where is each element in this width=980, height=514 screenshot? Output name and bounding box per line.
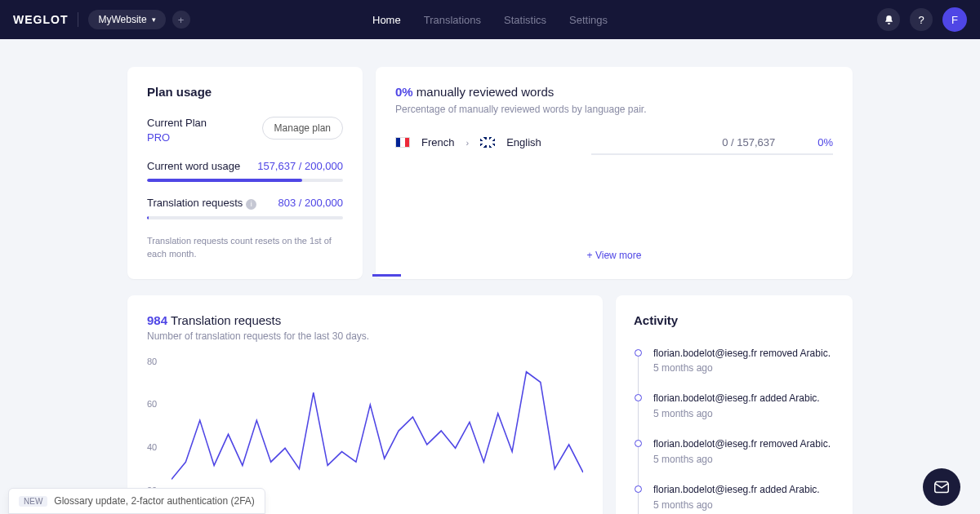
chevron-down-icon: ▾	[152, 16, 156, 24]
support-fab[interactable]	[923, 468, 960, 506]
activity-time: 5 months ago	[653, 454, 835, 465]
chart-subtitle: Number of translation requests for the l…	[147, 330, 583, 342]
divider	[78, 12, 78, 27]
activity-timeline: florian.bodelot@ieseg.fr removed Arabic.…	[634, 347, 835, 515]
manage-plan-button[interactable]: Manage plan	[262, 117, 343, 140]
word-usage-bar	[147, 179, 343, 182]
nav-home[interactable]: Home	[372, 0, 401, 277]
timeline-dot-icon	[635, 440, 642, 447]
help-icon[interactable]: ?	[910, 8, 933, 31]
timeline-dot-icon	[635, 394, 642, 401]
topbar-right: ? F	[877, 7, 967, 32]
site-selector[interactable]: MyWebsite ▾	[88, 10, 165, 29]
requests-value: 803 / 200,000	[278, 197, 343, 210]
review-pct: 0%	[817, 136, 833, 148]
requests-bar	[147, 216, 343, 219]
nav-settings[interactable]: Settings	[569, 0, 608, 277]
activity-time: 5 months ago	[653, 408, 835, 419]
brand-logo: WEGLOT	[13, 13, 68, 26]
topbar: WEGLOT MyWebsite ▾ + Home Translations S…	[0, 0, 980, 39]
activity-time: 5 months ago	[653, 362, 835, 374]
plan-title: Plan usage	[147, 85, 343, 99]
activity-item: florian.bodelot@ieseg.fr removed Arabic.…	[653, 347, 835, 374]
chart-area: 80 60 40 20	[147, 361, 583, 500]
bell-icon[interactable]	[877, 8, 900, 31]
requests-label: Translation requestsi	[147, 197, 256, 210]
review-stat: 0 / 157,637	[722, 136, 775, 148]
toast-text: Glossary update, 2-factor authentication…	[54, 495, 254, 507]
activity-item: florian.bodelot@ieseg.fr removed Arabic.…	[653, 437, 835, 465]
y-tick: 40	[147, 442, 157, 452]
timeline-dot-icon	[635, 485, 642, 493]
word-usage-label: Current word usage	[147, 160, 240, 172]
activity-card: Activity florian.bodelot@ieseg.fr remove…	[616, 295, 853, 515]
nav-translations[interactable]: Translations	[424, 0, 481, 277]
add-site-button[interactable]: +	[172, 11, 190, 29]
activity-item: florian.bodelot@ieseg.fr added Arabic.5 …	[653, 392, 835, 419]
chart-title: 984 Translation requests	[147, 313, 583, 327]
nav-statistics[interactable]: Statistics	[504, 0, 546, 277]
avatar[interactable]: F	[942, 7, 967, 32]
news-toast[interactable]: NEW Glossary update, 2-factor authentica…	[8, 488, 265, 514]
requests-chart-card: 984 Translation requests Number of trans…	[127, 295, 603, 515]
y-tick: 80	[147, 357, 157, 366]
timeline-dot-icon	[635, 349, 642, 357]
activity-time: 5 months ago	[653, 499, 835, 511]
current-plan-value: PRO	[147, 131, 207, 144]
y-tick: 60	[147, 399, 157, 409]
info-icon[interactable]: i	[246, 199, 256, 210]
plan-usage-card: Plan usage Current Plan PRO Manage plan …	[127, 67, 363, 279]
new-badge: NEW	[19, 496, 47, 507]
word-usage-value: 157,637 / 200,000	[257, 160, 343, 172]
activity-text: florian.bodelot@ieseg.fr added Arabic.	[653, 392, 835, 405]
activity-title: Activity	[634, 313, 835, 327]
review-bar	[591, 153, 833, 155]
activity-item: florian.bodelot@ieseg.fr added Arabic.5 …	[653, 483, 835, 511]
requests-note: Translation requests count resets on the…	[147, 234, 343, 261]
bottom-row: 984 Translation requests Number of trans…	[127, 295, 853, 515]
activity-text: florian.bodelot@ieseg.fr removed Arabic.	[653, 437, 835, 451]
flag-en-icon	[480, 137, 495, 148]
current-plan-label: Current Plan	[147, 117, 207, 129]
activity-text: florian.bodelot@ieseg.fr removed Arabic.	[653, 347, 835, 361]
activity-text: florian.bodelot@ieseg.fr added Arabic.	[653, 483, 835, 497]
site-selector-label: MyWebsite	[98, 14, 146, 25]
line-chart	[172, 361, 583, 500]
